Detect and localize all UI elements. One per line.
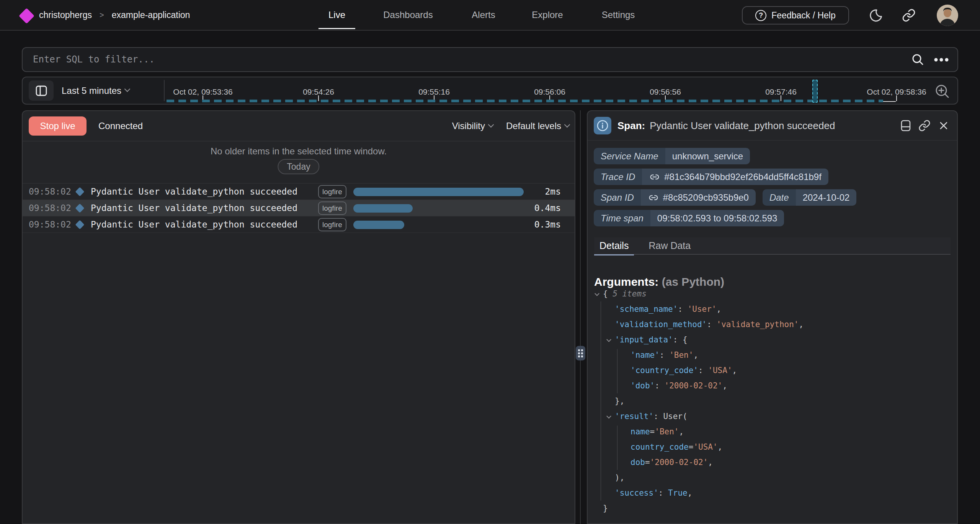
logfire-tag: logfire	[318, 201, 346, 215]
sql-filter-input[interactable]: Enter SQL to filter...	[22, 47, 958, 72]
log-row[interactable]: 09:58:02Pydantic User validate_python su…	[23, 216, 575, 233]
breadcrumb-separator: >	[100, 11, 104, 20]
trace-link-icon	[649, 172, 660, 182]
today-pill[interactable]: Today	[278, 159, 319, 174]
badge-time-span: Time span09:58:02.593 to 09:58:02.593	[594, 210, 784, 226]
chevron-down-icon	[124, 86, 131, 92]
breadcrumb: christophergs > example-application	[39, 0, 190, 30]
collapse-chevron-icon[interactable]	[595, 291, 599, 296]
visibility-label: Visibility	[452, 121, 485, 131]
logfire-tag: logfire	[318, 185, 346, 198]
search-icon[interactable]	[911, 53, 924, 67]
tab-live[interactable]: Live	[318, 0, 355, 30]
more-options-icon[interactable]	[934, 57, 949, 62]
log-message: Pydantic User validate_python succeeded	[91, 203, 297, 213]
span-diamond-icon	[75, 187, 84, 196]
avatar[interactable]	[937, 5, 958, 26]
log-message: Pydantic User validate_python succeeded	[91, 219, 297, 229]
timeline-bar: Last 5 minutes Oct 02, 09:53:3609:54:260…	[22, 77, 958, 105]
log-row[interactable]: 09:58:02Pydantic User validate_python su…	[23, 183, 575, 200]
duration-bar	[353, 204, 413, 213]
span-diamond-icon	[75, 220, 84, 229]
copy-link-icon[interactable]	[918, 120, 931, 132]
close-icon[interactable]	[938, 120, 949, 131]
code-line: 'validation_method': 'validate_python',	[594, 317, 953, 332]
code-line: 'name': 'Ben',	[594, 347, 953, 363]
stop-live-button[interactable]: Stop live	[29, 116, 87, 136]
share-link-icon[interactable]	[902, 8, 916, 23]
live-view-panel: Stop live Connected Visibility Default l…	[22, 110, 575, 524]
span-diamond-icon	[75, 203, 84, 213]
tab-settings[interactable]: Settings	[592, 0, 645, 30]
panel-splitter[interactable]	[580, 110, 581, 524]
log-timestamp: 09:58:02	[29, 203, 77, 213]
live-view-header: Stop live Connected Visibility Default l…	[23, 111, 575, 141]
badge-value: 09:58:02.593 to 09:58:02.593	[650, 210, 784, 226]
collapse-chevron-icon[interactable]	[606, 337, 611, 342]
span-title: Pydantic User validate_python succeeded	[650, 120, 835, 132]
dark-mode-icon[interactable]	[868, 8, 883, 23]
time-range-dropdown[interactable]: Last 5 minutes	[62, 77, 129, 104]
duration-label: 2ms	[545, 183, 561, 200]
log-timestamp: 09:58:02	[29, 219, 77, 229]
breadcrumb-org[interactable]: christophergs	[39, 10, 92, 20]
default-levels-label: Default levels	[506, 121, 561, 131]
chevron-down-icon	[488, 121, 494, 128]
duration-bar	[353, 188, 524, 196]
duration-label: 0.4ms	[534, 200, 561, 216]
code-line: 'input_data': {	[594, 332, 953, 347]
timeline-spike	[812, 80, 818, 103]
code-line: dob='2000-02-02',	[594, 455, 953, 470]
zoom-in-icon[interactable]	[934, 84, 951, 100]
badge-label: Span ID	[594, 189, 641, 206]
log-message: Pydantic User validate_python succeeded	[91, 187, 297, 196]
feedback-help-button[interactable]: ? Feedback / Help	[742, 6, 849, 25]
default-levels-dropdown[interactable]: Default levels	[506, 121, 569, 131]
breadcrumb-project[interactable]: example-application	[112, 10, 190, 20]
timeline-histogram	[167, 100, 883, 102]
chevron-down-icon	[564, 121, 570, 128]
splitter-grip[interactable]	[576, 346, 585, 360]
code-line: ),	[594, 470, 953, 485]
badge-service-name: Service Nameunknown_service	[594, 148, 750, 164]
code-line: 'country_code': 'USA',	[594, 363, 953, 378]
logfire-tag: logfire	[318, 218, 346, 231]
logfire-logo-icon[interactable]	[19, 8, 34, 24]
visibility-dropdown[interactable]: Visibility	[452, 121, 493, 131]
tab-raw-data[interactable]: Raw Data	[643, 237, 696, 255]
code-line: 'result': User(	[594, 409, 953, 424]
badge-label: Date	[763, 189, 796, 206]
tab-explore[interactable]: Explore	[522, 0, 573, 30]
top-nav: christophergs > example-application Live…	[0, 0, 980, 31]
detail-tabs: DetailsRaw Data	[594, 237, 951, 255]
span-detail-header: Span: Pydantic User validate_python succ…	[588, 111, 957, 141]
badge-span-id[interactable]: Span ID#8c85209cb935b9e0	[594, 189, 756, 206]
badge-value: #81c364b79bbd92ef26b4dd5ff4c81b9f	[642, 169, 828, 185]
tab-dashboards[interactable]: Dashboards	[373, 0, 443, 30]
empty-window-notice: No older items in the selected time wind…	[23, 141, 575, 183]
log-timestamp: 09:58:02	[29, 187, 77, 196]
span-label: Span:	[617, 120, 645, 132]
badge-label: Service Name	[594, 148, 665, 164]
collapse-chevron-icon[interactable]	[606, 414, 611, 419]
duration-label: 0.3ms	[534, 216, 561, 233]
code-line: 'schema_name': 'User',	[594, 301, 953, 317]
sidebar-toggle-button[interactable]	[29, 80, 54, 101]
log-row[interactable]: 09:58:02Pydantic User validate_python su…	[23, 200, 575, 216]
code-line: 'success': True,	[594, 485, 953, 501]
tab-details[interactable]: Details	[594, 237, 634, 255]
code-line: name='Ben',	[594, 424, 953, 439]
question-icon: ?	[755, 10, 766, 21]
sidebar-panel-icon	[35, 85, 47, 97]
arguments-code: { 5 items'schema_name': 'User','validati…	[594, 286, 953, 516]
sql-placeholder: Enter SQL to filter...	[33, 48, 155, 71]
code-line: },	[594, 393, 953, 409]
badge-date: Date2024-10-02	[763, 189, 856, 206]
code-line: }	[594, 501, 953, 516]
tab-alerts[interactable]: Alerts	[462, 0, 505, 30]
dock-panel-icon[interactable]	[900, 120, 911, 132]
time-range-label: Last 5 minutes	[62, 85, 121, 96]
badge-label: Time span	[594, 210, 650, 226]
badge-trace-id[interactable]: Trace ID#81c364b79bbd92ef26b4dd5ff4c81b9…	[594, 169, 828, 185]
span-detail-panel: Span: Pydantic User validate_python succ…	[587, 110, 958, 524]
